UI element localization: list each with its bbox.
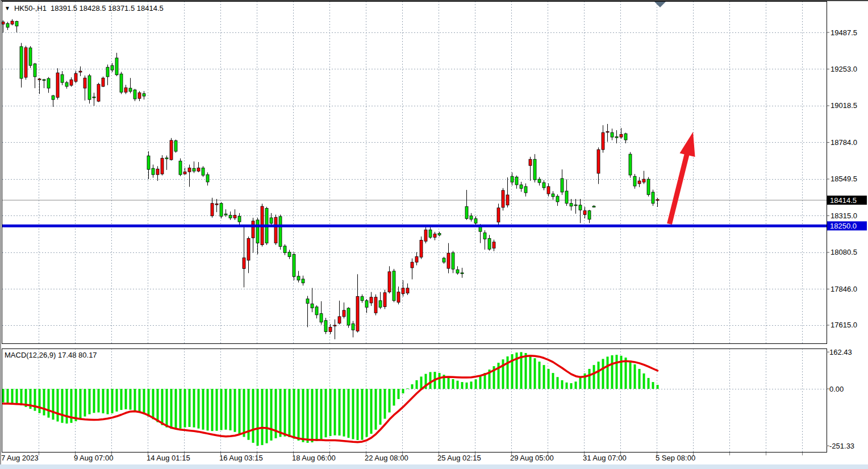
candle-bull [129,88,132,92]
candle-bull [47,78,50,88]
candle-bear [529,159,532,165]
price-axis-label: 17846.0 [831,285,857,293]
candle-bear [406,288,409,293]
candle-bear [606,131,609,132]
macd-bar [148,389,150,417]
macd-bar [11,389,14,404]
candle-bear [497,208,500,222]
macd-axis-label: -251.33 [829,442,854,450]
macd-bar [461,382,464,389]
macd-bar [361,389,364,440]
candle-bear [70,80,73,85]
candle-bull [361,297,364,301]
chart-canvas[interactable]: 19487.519253.019018.518784.018549.518315… [0,0,868,469]
ohlc-values: 18391.5 18428.5 18371.5 18414.5 [51,4,164,13]
candle-bear [102,78,105,86]
candle-bull [106,67,109,77]
macd-bar [16,389,18,404]
macd-bar [652,382,654,389]
macd-bar [175,389,177,429]
candle-bear [424,230,427,241]
macd-bar [293,389,295,439]
candle-bear [252,221,254,238]
macd-bar [7,389,9,403]
macd-bar [75,389,77,421]
candle-bull [297,276,300,280]
macd-bar [602,359,604,389]
macd-bar [329,389,332,436]
macd-bar [220,389,223,430]
macd-bar [84,389,86,417]
macd-bar [579,378,582,389]
macd-bar [566,383,568,389]
candle-bull [574,205,577,206]
macd-bar [284,389,286,437]
macd-bar [339,389,341,435]
macd-bar [89,389,91,414]
candle-bear [124,88,127,92]
macd-bar [539,362,541,389]
candle-bear [243,258,245,268]
ohlc-header: ▼ HK50-,H1 18391.5 18428.5 18371.5 18414… [5,4,164,13]
support-line[interactable] [2,225,827,227]
candle-bull [633,176,636,186]
candle-bull [256,220,259,243]
macd-bar [643,373,645,389]
macd-axis-label: 0.00 [829,385,844,393]
macd-bar [161,389,164,425]
price-axis-label: 19487.5 [831,28,857,37]
time-axis-label: 7 Aug 2023 [1,454,39,462]
macd-bar [52,389,55,420]
window-border-left [0,0,1,464]
macd-bar [298,389,300,441]
candle-bull [470,216,473,219]
time-axis-label: 25 Aug 02:15 [437,454,481,462]
macd-bar [452,379,454,389]
candle-bear [333,325,336,326]
price-axis-label: 19018.5 [831,101,857,110]
candle-bull [133,90,136,99]
candle-bull [202,168,205,175]
macd-bar [311,389,314,442]
candle-bear [620,134,623,137]
candle-bull [474,219,477,223]
macd-bar [466,383,468,389]
candle-bull [147,156,150,169]
candle-bear [24,48,27,77]
candle-bull [52,96,55,99]
candle-bull [306,299,309,304]
candle-bull [229,215,232,218]
symbol-dropdown-icon[interactable]: ▼ [5,5,10,12]
macd-bar [352,389,354,439]
macd-bar [402,389,404,393]
candle-bear [274,217,277,243]
candle-bear [397,292,400,302]
macd-bar [302,389,304,442]
candle-bull [324,321,327,332]
candle-bear [642,179,645,182]
candle-bear [656,200,659,201]
macd-bar [39,389,41,413]
candle-bull [579,205,582,210]
macd-bar [561,380,564,389]
macd-bar [552,373,554,389]
candle-bull [224,214,227,215]
macd-bar [234,389,236,432]
macd-bar [189,389,191,427]
macd-bar [320,389,323,439]
macd-bar [66,389,68,424]
macd-bar [180,389,182,429]
candle-bull [352,324,354,330]
candle-bear [233,215,236,218]
candle-bull [429,230,432,237]
candle-bull [206,175,209,182]
macd-indicator-label: MACD(12,26,9) 17.48 80.17 [5,351,97,359]
candle-bull [347,308,350,325]
candle-bear [338,317,341,323]
macd-bar [193,389,195,428]
macd-bar [366,389,368,437]
candle-bull [592,206,595,207]
macd-bar [307,389,309,443]
macd-bar [507,356,509,389]
candle-bear [343,310,345,317]
